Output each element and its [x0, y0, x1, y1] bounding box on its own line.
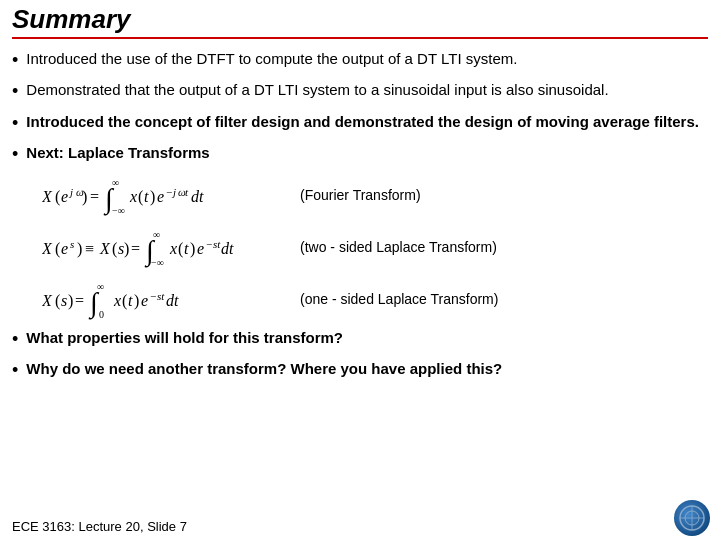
svg-text:): ) [134, 292, 139, 310]
svg-text:x: x [129, 188, 137, 205]
bullet-dot: • [12, 327, 18, 351]
list-item: • Demonstrated that the output of a DT L… [12, 80, 708, 103]
svg-text:): ) [124, 240, 129, 258]
svg-text:(: ( [55, 240, 60, 258]
svg-text:x: x [113, 292, 121, 309]
svg-text:t: t [184, 240, 189, 257]
svg-text:0: 0 [99, 309, 104, 320]
svg-text:(: ( [55, 292, 60, 310]
svg-text:(: ( [55, 188, 60, 206]
logo-icon [678, 504, 706, 532]
formula-row-1: X ( e j ω ) = ∫ ∞ −∞ x ( t [42, 174, 708, 216]
svg-text:e: e [157, 188, 164, 205]
bullet-text: What properties will hold for this trans… [26, 328, 708, 348]
svg-text:e: e [141, 292, 148, 309]
svg-text:X: X [42, 240, 53, 257]
svg-text:(: ( [138, 188, 143, 206]
bullet-list: • Introduced the use of the DTFT to comp… [12, 49, 708, 532]
formula-row-3: X ( s ) = ∫ ∞ 0 x ( t ) e − st [42, 278, 708, 320]
svg-text:): ) [68, 292, 73, 310]
svg-text:): ) [77, 240, 82, 258]
svg-text:(: ( [122, 292, 127, 310]
bullet-text: Demonstrated that the output of a DT LTI… [26, 80, 708, 100]
formula-row-2: X ( e s ) ≡ X ( s ) = ∫ ∞ −∞ x [42, 226, 708, 268]
svg-text:X: X [42, 188, 53, 205]
svg-text:t: t [185, 186, 189, 198]
svg-text:st: st [157, 290, 165, 302]
svg-text:s: s [70, 238, 74, 250]
svg-text:∞: ∞ [97, 281, 104, 292]
svg-text:=: = [90, 188, 99, 205]
svg-text:e: e [61, 188, 68, 205]
svg-text:dt: dt [166, 292, 179, 309]
bullet-text: Why do we need another transform? Where … [26, 359, 708, 379]
svg-text:−: − [206, 238, 212, 250]
bullet-text: Introduced the use of the DTFT to comput… [26, 49, 708, 69]
svg-text:j: j [68, 186, 73, 198]
svg-text:=: = [131, 240, 140, 257]
formula-svg-2: X ( e s ) ≡ X ( s ) = ∫ ∞ −∞ x [42, 226, 282, 268]
svg-text:e: e [61, 240, 68, 257]
bullet-dot: • [12, 358, 18, 382]
bullet-dot: • [12, 48, 18, 72]
list-item: • Why do we need another transform? Wher… [12, 359, 708, 382]
svg-text:−: − [166, 186, 172, 198]
svg-text:X: X [42, 292, 53, 309]
svg-text:−∞: −∞ [151, 257, 164, 268]
svg-text:≡: ≡ [85, 240, 94, 257]
svg-text:dt: dt [221, 240, 234, 257]
bullet-text: Next: Laplace Transforms [26, 143, 708, 163]
list-item: • Next: Laplace Transforms [12, 143, 708, 166]
svg-text:s: s [61, 292, 67, 309]
bullet-dot: • [12, 111, 18, 135]
svg-text:=: = [75, 292, 84, 309]
svg-text:∞: ∞ [153, 229, 160, 240]
formula-svg-3: X ( s ) = ∫ ∞ 0 x ( t ) e − st [42, 278, 282, 320]
footer-text: ECE 3163: Lecture 20, Slide 7 [12, 519, 187, 534]
svg-text:X: X [99, 240, 111, 257]
title-section: Summary [12, 4, 708, 39]
formula-label-2: (two - sided Laplace Transform) [300, 238, 497, 257]
svg-text:): ) [82, 188, 87, 206]
svg-text:): ) [150, 188, 155, 206]
logo-circle [674, 500, 710, 536]
bullet-dot: • [12, 79, 18, 103]
page-container: Summary • Introduced the use of the DTFT… [0, 0, 720, 540]
formula-label-1: (Fourier Transform) [300, 186, 421, 205]
svg-text:dt: dt [191, 188, 204, 205]
formulas-section: X ( e j ω ) = ∫ ∞ −∞ x ( t [42, 174, 708, 320]
bullet-text: Introduced the concept of filter design … [26, 112, 708, 132]
svg-text:∞: ∞ [112, 177, 119, 188]
list-item: • Introduced the concept of filter desig… [12, 112, 708, 135]
formula-svg-1: X ( e j ω ) = ∫ ∞ −∞ x ( t [42, 174, 282, 216]
footer-logo [674, 500, 710, 536]
svg-text:−: − [150, 290, 156, 302]
list-item: • What properties will hold for this tra… [12, 328, 708, 351]
svg-text:t: t [144, 188, 149, 205]
formulas-item: X ( e j ω ) = ∫ ∞ −∞ x ( t [22, 174, 708, 320]
list-item: • Introduced the use of the DTFT to comp… [12, 49, 708, 72]
svg-text:(: ( [178, 240, 183, 258]
svg-text:(: ( [112, 240, 117, 258]
svg-text:e: e [197, 240, 204, 257]
svg-text:−∞: −∞ [112, 205, 125, 216]
formula-label-3: (one - sided Laplace Transform) [300, 290, 498, 309]
footer: ECE 3163: Lecture 20, Slide 7 [12, 519, 187, 534]
svg-text:): ) [190, 240, 195, 258]
page-title: Summary [12, 4, 131, 34]
svg-text:x: x [169, 240, 177, 257]
bullet-dot: • [12, 142, 18, 166]
svg-text:t: t [128, 292, 133, 309]
